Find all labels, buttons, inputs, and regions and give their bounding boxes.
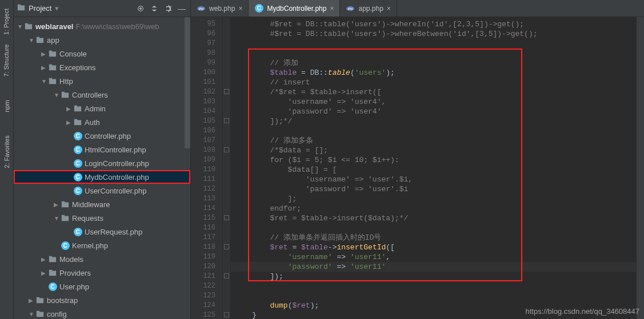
tree-file-htmlcontroller-php[interactable]: CHtmlController.php bbox=[14, 143, 190, 156]
line-number[interactable]: 95 bbox=[191, 19, 215, 29]
line-number[interactable]: 108 bbox=[191, 146, 215, 155]
tree-folder-requests[interactable]: ▼Requests bbox=[14, 211, 190, 225]
project-tree[interactable]: ▼weblaravelF:\www\class\web69\web▼app▶Co… bbox=[14, 17, 190, 319]
line-number[interactable]: 105 bbox=[191, 116, 215, 126]
line-number[interactable]: 116 bbox=[191, 223, 215, 233]
editor-tab-web-php[interactable]: phpweb.php× bbox=[191, 0, 249, 17]
tree-file-kernel-php[interactable]: CKernel.php bbox=[14, 239, 190, 252]
tree-file-mydbcontroller-php[interactable]: CMydbController.php bbox=[14, 170, 190, 184]
close-icon[interactable]: × bbox=[238, 5, 242, 13]
tree-folder-admin[interactable]: ▶Admin bbox=[14, 102, 190, 115]
folder-icon bbox=[48, 63, 57, 72]
tree-scrollbar[interactable] bbox=[185, 17, 190, 148]
fold-column[interactable]: ------- bbox=[223, 17, 231, 319]
target-icon[interactable] bbox=[135, 3, 146, 14]
line-number[interactable]: 96 bbox=[191, 29, 215, 39]
line-number[interactable]: 125 bbox=[191, 310, 215, 319]
editor-tabs: phpweb.php×CMydbController.php×phpapp.ph… bbox=[191, 0, 644, 17]
fold-handle[interactable]: - bbox=[224, 89, 229, 94]
rail-item-npm[interactable]: npm bbox=[3, 100, 10, 112]
line-number[interactable]: 120 bbox=[191, 262, 215, 272]
tree-file-controller-php[interactable]: CController.php bbox=[14, 129, 190, 143]
folder-icon bbox=[35, 296, 45, 305]
folder-icon bbox=[73, 118, 82, 127]
line-number[interactable]: 112 bbox=[191, 184, 215, 194]
tree-folder-bootstrap[interactable]: ▶bootstrap bbox=[14, 293, 190, 307]
fold-handle[interactable]: - bbox=[224, 312, 229, 317]
tree-folder-config[interactable]: ▼config bbox=[14, 307, 190, 319]
rail-item-project[interactable]: 1: Project bbox=[3, 9, 10, 35]
line-number[interactable]: 118 bbox=[191, 243, 215, 252]
svg-rect-30 bbox=[37, 312, 43, 317]
class-file-icon: C bbox=[73, 145, 82, 154]
line-number[interactable]: 101 bbox=[191, 78, 215, 87]
svg-rect-24 bbox=[49, 257, 56, 263]
hide-icon[interactable]: — bbox=[177, 3, 187, 14]
tree-folder-exceptions[interactable]: ▶Exceptions bbox=[14, 60, 190, 74]
line-number[interactable]: 113 bbox=[191, 194, 215, 204]
collapse-icon[interactable] bbox=[149, 3, 159, 14]
line-number[interactable]: 121 bbox=[191, 272, 215, 281]
tree-folder-providers[interactable]: ▶Providers bbox=[14, 266, 190, 280]
line-number[interactable]: 97 bbox=[191, 39, 215, 49]
tree-file-logincontroller-php[interactable]: CLoginController.php bbox=[14, 156, 190, 170]
line-number[interactable]: 122 bbox=[191, 281, 215, 291]
tree-folder-middleware[interactable]: ▶Middleware bbox=[14, 197, 190, 211]
line-number[interactable]: 110 bbox=[191, 165, 215, 175]
line-number[interactable]: 106 bbox=[191, 126, 215, 136]
svg-rect-26 bbox=[49, 271, 56, 276]
line-number[interactable]: 103 bbox=[191, 97, 215, 107]
fold-handle[interactable]: - bbox=[224, 147, 229, 152]
close-icon[interactable]: × bbox=[330, 5, 334, 13]
line-number[interactable]: 104 bbox=[191, 107, 215, 116]
folder-icon bbox=[48, 76, 57, 86]
line-number[interactable]: 102 bbox=[191, 87, 215, 97]
line-number[interactable]: 100 bbox=[191, 68, 215, 78]
class-file-icon: C bbox=[48, 282, 57, 291]
tree-file-user-php[interactable]: CUser.php bbox=[14, 280, 190, 293]
svg-rect-29 bbox=[37, 297, 39, 299]
fold-handle[interactable]: - bbox=[224, 273, 229, 278]
line-number[interactable]: 115 bbox=[191, 213, 215, 223]
line-number[interactable]: 111 bbox=[191, 175, 215, 184]
line-number[interactable]: 123 bbox=[191, 291, 215, 301]
close-icon[interactable]: × bbox=[387, 5, 391, 13]
fold-handle[interactable]: - bbox=[224, 215, 229, 220]
tab-label: MydbController.php bbox=[267, 5, 326, 13]
php-file-icon: php bbox=[346, 4, 355, 13]
editor-tab-mydbcontroller-php[interactable]: CMydbController.php× bbox=[249, 0, 340, 17]
rail-item-structure[interactable]: 7: Structure bbox=[3, 45, 10, 77]
editor-tab-app-php[interactable]: phpapp.php× bbox=[340, 0, 397, 17]
tree-folder-auth[interactable]: ▶Auth bbox=[14, 115, 190, 129]
svg-rect-21 bbox=[62, 201, 65, 203]
fold-handle[interactable]: - bbox=[224, 118, 229, 123]
line-number[interactable]: 99 bbox=[191, 58, 215, 68]
line-number[interactable]: 119 bbox=[191, 252, 215, 262]
line-number[interactable]: 114 bbox=[191, 204, 215, 213]
line-number[interactable]: 109 bbox=[191, 155, 215, 165]
svg-rect-20 bbox=[62, 203, 69, 208]
line-number-gutter[interactable]: 9596979899100101102103104105106107108109… bbox=[191, 17, 223, 319]
gear-icon[interactable] bbox=[163, 3, 173, 14]
rail-item-favorites[interactable]: 2: Favorites bbox=[3, 135, 10, 168]
line-number[interactable]: 107 bbox=[191, 136, 215, 146]
tree-folder-controllers[interactable]: ▼Controllers bbox=[14, 88, 190, 102]
line-number[interactable]: 98 bbox=[191, 49, 215, 58]
code-editor[interactable]: #$ret = DB::table('users')->whereIn('id'… bbox=[231, 17, 636, 319]
tree-root[interactable]: ▼weblaravelF:\www\class\web69\web bbox=[14, 19, 190, 33]
svg-rect-28 bbox=[37, 298, 43, 304]
line-number[interactable]: 124 bbox=[191, 301, 215, 310]
tree-file-usercontroller-php[interactable]: CUserController.php bbox=[14, 184, 190, 197]
fold-handle[interactable]: - bbox=[224, 244, 229, 249]
watermark: https://blog.csdn.net/qq_34608447 bbox=[526, 307, 640, 316]
tree-folder-console[interactable]: ▶Console bbox=[14, 47, 190, 60]
folder-icon bbox=[48, 268, 57, 277]
tree-file-userrequest-php[interactable]: CUserRequest.php bbox=[14, 225, 190, 239]
svg-rect-9 bbox=[49, 51, 52, 53]
svg-rect-23 bbox=[62, 215, 65, 217]
folder-icon bbox=[61, 213, 70, 223]
tree-folder-http[interactable]: ▼Http bbox=[14, 74, 190, 88]
tree-folder-app[interactable]: ▼app bbox=[14, 33, 190, 47]
tree-folder-models[interactable]: ▶Models bbox=[14, 252, 190, 266]
line-number[interactable]: 117 bbox=[191, 233, 215, 243]
